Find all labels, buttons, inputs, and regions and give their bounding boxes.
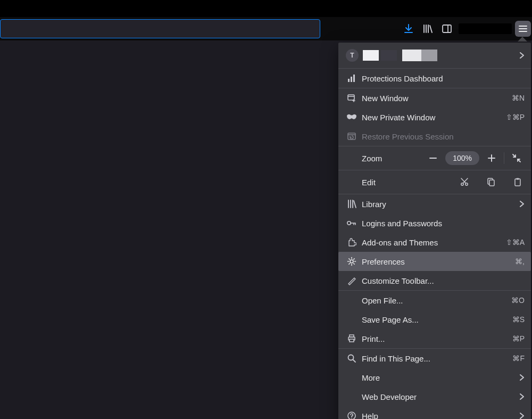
zoom-value-pill[interactable]: 100% xyxy=(445,151,479,165)
menu-zoom-row: Zoom 100% xyxy=(338,146,531,170)
menu-item-label: Restore Previous Session xyxy=(362,132,525,141)
copy-icon xyxy=(486,177,496,187)
edit-label: Edit xyxy=(362,178,376,187)
dashboard-icon xyxy=(346,72,358,84)
menu-item-label: Web Developer xyxy=(362,392,516,401)
copy-button[interactable] xyxy=(485,176,497,188)
chevron-right-icon xyxy=(516,412,525,419)
menu-restore-session: Restore Previous Session xyxy=(338,127,531,146)
svg-rect-27 xyxy=(350,339,354,342)
library-shelf-icon xyxy=(422,23,433,34)
zoom-out-button[interactable] xyxy=(424,150,442,166)
menu-item-label: Preferences xyxy=(362,257,512,266)
fullscreen-exit-icon xyxy=(512,154,521,162)
svg-rect-3 xyxy=(351,77,352,82)
menu-more[interactable]: More xyxy=(338,368,531,387)
account-avatar: T xyxy=(346,49,359,62)
download-icon xyxy=(403,23,414,34)
edit-buttons xyxy=(459,176,526,188)
menu-item-label: New Private Window xyxy=(362,113,503,122)
menu-item-label: More xyxy=(362,373,516,382)
menu-new-window[interactable]: New Window ⌘N xyxy=(338,88,531,108)
menu-item-shortcut: ⌘F xyxy=(512,354,525,363)
chevron-right-icon xyxy=(516,393,525,400)
toolbar-button-group xyxy=(399,17,531,40)
svg-point-31 xyxy=(351,417,352,418)
paintbrush-icon xyxy=(346,275,358,286)
paste-button[interactable] xyxy=(512,176,523,188)
menu-item-shortcut: ⇧⌘A xyxy=(506,238,525,247)
menu-find-in-page[interactable]: Find in This Page... ⌘F xyxy=(338,349,531,368)
app-menu-panel: T Protections Dashboard New Window ⌘N Ne… xyxy=(338,43,531,419)
svg-rect-7 xyxy=(348,133,355,139)
menu-addons-themes[interactable]: Add-ons and Themes ⇧⌘A xyxy=(338,233,531,252)
menu-web-developer[interactable]: Web Developer xyxy=(338,387,531,406)
menu-item-shortcut: ⌘O xyxy=(511,296,525,305)
menu-item-label: Open File... xyxy=(362,296,508,305)
sidebar-button[interactable] xyxy=(437,19,456,38)
menu-protections-dashboard[interactable]: Protections Dashboard xyxy=(338,69,531,88)
menu-preferences[interactable]: Preferences ⌘, xyxy=(338,252,531,271)
zoom-value: 100% xyxy=(453,154,472,162)
library-shelf-icon xyxy=(346,198,358,210)
menu-item-label: Protections Dashboard xyxy=(362,74,525,83)
svg-rect-12 xyxy=(489,180,494,186)
menu-new-private-window[interactable]: New Private Window ⇧⌘P xyxy=(338,108,531,127)
svg-rect-0 xyxy=(443,25,451,32)
search-icon xyxy=(346,352,358,364)
url-bar[interactable] xyxy=(0,19,320,38)
menu-edit-row: Edit xyxy=(338,170,531,194)
svg-rect-2 xyxy=(348,79,350,82)
window-plus-icon xyxy=(346,92,358,104)
fullscreen-button[interactable] xyxy=(508,150,526,166)
account-row[interactable]: T xyxy=(338,43,531,68)
menu-item-label: Find in This Page... xyxy=(362,354,509,363)
menu-print[interactable]: Print... ⌘P xyxy=(338,329,531,348)
toolbar-extension-area[interactable] xyxy=(459,23,512,34)
printer-icon xyxy=(346,333,358,344)
puzzle-icon xyxy=(346,236,358,248)
sidebar-toggle-icon xyxy=(442,23,452,34)
svg-line-24 xyxy=(354,259,354,259)
app-menu-wrapper xyxy=(514,21,531,37)
menu-item-label: Add-ons and Themes xyxy=(362,238,503,247)
svg-point-16 xyxy=(350,260,353,263)
menu-library[interactable]: Library xyxy=(338,194,531,213)
menu-item-label: Save Page As... xyxy=(362,315,509,324)
library-button[interactable] xyxy=(418,19,437,38)
svg-rect-13 xyxy=(515,179,520,186)
svg-line-29 xyxy=(353,360,356,363)
key-icon xyxy=(346,217,358,229)
zoom-in-button[interactable] xyxy=(483,150,501,166)
menu-help[interactable]: Help xyxy=(338,406,531,419)
menu-customize-toolbar[interactable]: Customize Toolbar... xyxy=(338,271,531,290)
menu-logins-passwords[interactable]: Logins and Passwords xyxy=(338,213,531,233)
svg-rect-5 xyxy=(348,95,354,100)
chevron-right-icon xyxy=(516,374,525,381)
account-email-redacted-2 xyxy=(421,50,437,61)
menu-item-label: Library xyxy=(362,200,516,209)
minus-icon xyxy=(429,154,437,162)
menu-item-shortcut: ⇧⌘P xyxy=(506,113,525,121)
svg-line-21 xyxy=(349,259,350,259)
menu-item-shortcut: ⌘S xyxy=(512,315,525,324)
zoom-controls: 100% xyxy=(424,150,526,166)
svg-line-23 xyxy=(349,264,350,264)
app-menu-button[interactable] xyxy=(515,21,531,37)
vertical-separator xyxy=(504,152,504,164)
svg-rect-14 xyxy=(517,178,519,180)
menu-item-label: Help xyxy=(362,412,516,420)
downloads-button[interactable] xyxy=(399,19,418,38)
cut-button[interactable] xyxy=(459,176,470,188)
menu-item-shortcut: ⌘, xyxy=(515,257,525,266)
menu-save-page-as[interactable]: Save Page As... ⌘S xyxy=(338,310,531,329)
menu-item-label: Logins and Passwords xyxy=(362,219,525,228)
svg-rect-4 xyxy=(353,75,355,82)
chevron-right-icon xyxy=(516,200,525,208)
menu-open-file[interactable]: Open File... ⌘O xyxy=(338,291,531,310)
menu-item-shortcut: ⌘N xyxy=(512,94,525,102)
zoom-label: Zoom xyxy=(362,154,382,163)
account-name-gap xyxy=(381,50,397,61)
window-titlebar xyxy=(0,0,532,17)
hamburger-menu-icon xyxy=(518,24,528,34)
